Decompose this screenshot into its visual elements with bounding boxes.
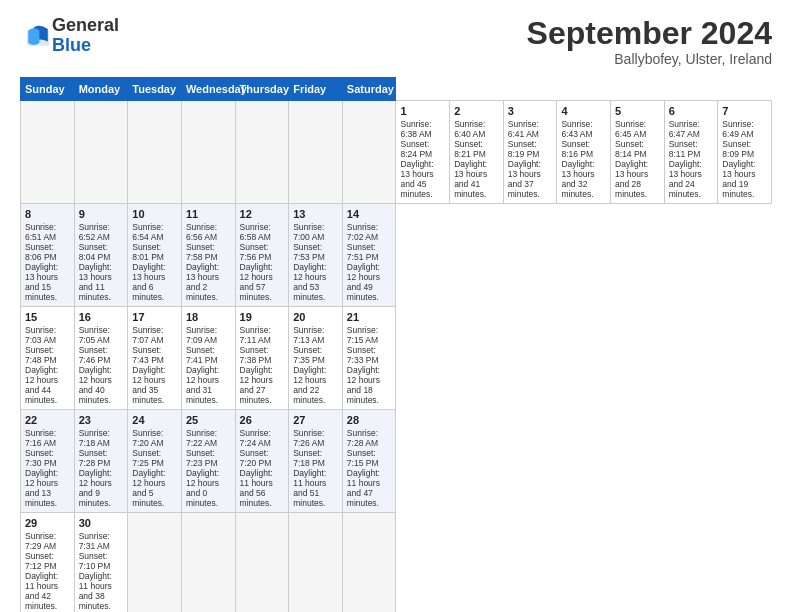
day-number: 3 xyxy=(508,105,553,117)
daylight-line2: and 47 minutes. xyxy=(347,488,379,508)
day-number: 24 xyxy=(132,414,177,426)
daylight-line1: Daylight: 12 hours xyxy=(79,468,112,488)
calendar-cell xyxy=(235,101,289,204)
sunrise-line: Sunrise: 6:47 AM xyxy=(669,119,700,139)
calendar-cell: 21Sunrise: 7:15 AMSunset: 7:33 PMDayligh… xyxy=(342,307,396,410)
calendar-cell: 1Sunrise: 6:38 AMSunset: 8:24 PMDaylight… xyxy=(396,101,450,204)
calendar-cell: 8Sunrise: 6:51 AMSunset: 8:06 PMDaylight… xyxy=(21,204,75,307)
sunrise-line: Sunrise: 6:45 AM xyxy=(615,119,646,139)
sunset-line: Sunset: 7:28 PM xyxy=(79,448,111,468)
daylight-line1: Daylight: 12 hours xyxy=(79,365,112,385)
sunset-line: Sunset: 8:21 PM xyxy=(454,139,486,159)
daylight-line1: Daylight: 12 hours xyxy=(25,468,58,488)
daylight-line1: Daylight: 13 hours xyxy=(615,159,648,179)
sunrise-line: Sunrise: 6:41 AM xyxy=(508,119,539,139)
sunset-line: Sunset: 7:15 PM xyxy=(347,448,379,468)
sunrise-line: Sunrise: 7:00 AM xyxy=(293,222,324,242)
sunrise-line: Sunrise: 7:29 AM xyxy=(25,531,56,551)
calendar-cell xyxy=(342,101,396,204)
logo-general-text: General xyxy=(52,16,119,36)
sunrise-line: Sunrise: 7:13 AM xyxy=(293,325,324,345)
calendar-cell: 4Sunrise: 6:43 AMSunset: 8:16 PMDaylight… xyxy=(557,101,611,204)
col-wednesday: Wednesday xyxy=(181,78,235,101)
sunset-line: Sunset: 8:16 PM xyxy=(561,139,593,159)
daylight-line2: and 6 minutes. xyxy=(132,282,164,302)
day-number: 15 xyxy=(25,311,70,323)
daylight-line1: Daylight: 13 hours xyxy=(79,262,112,282)
daylight-line2: and 19 minutes. xyxy=(722,179,754,199)
daylight-line2: and 57 minutes. xyxy=(240,282,272,302)
sunset-line: Sunset: 7:30 PM xyxy=(25,448,57,468)
daylight-line2: and 11 minutes. xyxy=(79,282,111,302)
sunrise-line: Sunrise: 7:02 AM xyxy=(347,222,378,242)
calendar-cell xyxy=(342,513,396,612)
sunset-line: Sunset: 7:48 PM xyxy=(25,345,57,365)
sunrise-line: Sunrise: 7:26 AM xyxy=(293,428,324,448)
sunrise-line: Sunrise: 6:49 AM xyxy=(722,119,753,139)
day-number: 4 xyxy=(561,105,606,117)
daylight-line2: and 56 minutes. xyxy=(240,488,272,508)
daylight-line2: and 44 minutes. xyxy=(25,385,57,405)
col-sunday: Sunday xyxy=(21,78,75,101)
daylight-line2: and 51 minutes. xyxy=(293,488,325,508)
sunrise-line: Sunrise: 7:07 AM xyxy=(132,325,163,345)
calendar-cell xyxy=(181,513,235,612)
daylight-line1: Daylight: 11 hours xyxy=(240,468,273,488)
logo-text: General Blue xyxy=(52,16,119,56)
sunrise-line: Sunrise: 7:03 AM xyxy=(25,325,56,345)
daylight-line2: and 2 minutes. xyxy=(186,282,218,302)
calendar-cell: 6Sunrise: 6:47 AMSunset: 8:11 PMDaylight… xyxy=(664,101,718,204)
calendar-week-row-1: 8Sunrise: 6:51 AMSunset: 8:06 PMDaylight… xyxy=(21,204,772,307)
day-number: 2 xyxy=(454,105,499,117)
sunset-line: Sunset: 7:51 PM xyxy=(347,242,379,262)
sunrise-line: Sunrise: 6:52 AM xyxy=(79,222,110,242)
calendar-cell: 20Sunrise: 7:13 AMSunset: 7:35 PMDayligh… xyxy=(289,307,343,410)
day-number: 11 xyxy=(186,208,231,220)
daylight-line1: Daylight: 12 hours xyxy=(347,262,380,282)
daylight-line1: Daylight: 13 hours xyxy=(400,159,433,179)
calendar-cell xyxy=(74,101,128,204)
daylight-line2: and 9 minutes. xyxy=(79,488,111,508)
daylight-line1: Daylight: 12 hours xyxy=(186,365,219,385)
calendar-cell: 29Sunrise: 7:29 AMSunset: 7:12 PMDayligh… xyxy=(21,513,75,612)
sunrise-line: Sunrise: 7:09 AM xyxy=(186,325,217,345)
sunset-line: Sunset: 7:58 PM xyxy=(186,242,218,262)
day-number: 17 xyxy=(132,311,177,323)
day-number: 26 xyxy=(240,414,285,426)
daylight-line1: Daylight: 13 hours xyxy=(186,262,219,282)
day-number: 18 xyxy=(186,311,231,323)
logo: General Blue xyxy=(20,16,119,56)
calendar-cell: 25Sunrise: 7:22 AMSunset: 7:23 PMDayligh… xyxy=(181,410,235,513)
daylight-line2: and 13 minutes. xyxy=(25,488,57,508)
sunset-line: Sunset: 8:11 PM xyxy=(669,139,701,159)
sunset-line: Sunset: 7:20 PM xyxy=(240,448,272,468)
sunrise-line: Sunrise: 7:15 AM xyxy=(347,325,378,345)
calendar-cell: 11Sunrise: 6:56 AMSunset: 7:58 PMDayligh… xyxy=(181,204,235,307)
daylight-line2: and 28 minutes. xyxy=(615,179,647,199)
sunrise-line: Sunrise: 6:38 AM xyxy=(400,119,431,139)
day-number: 20 xyxy=(293,311,338,323)
calendar-cell: 26Sunrise: 7:24 AMSunset: 7:20 PMDayligh… xyxy=(235,410,289,513)
col-saturday: Saturday xyxy=(342,78,396,101)
sunset-line: Sunset: 7:25 PM xyxy=(132,448,164,468)
calendar-cell: 19Sunrise: 7:11 AMSunset: 7:38 PMDayligh… xyxy=(235,307,289,410)
logo-icon xyxy=(24,22,52,50)
daylight-line2: and 0 minutes. xyxy=(186,488,218,508)
sunset-line: Sunset: 7:35 PM xyxy=(293,345,325,365)
daylight-line1: Daylight: 13 hours xyxy=(25,262,58,282)
daylight-line2: and 27 minutes. xyxy=(240,385,272,405)
day-number: 1 xyxy=(400,105,445,117)
sunrise-line: Sunrise: 6:40 AM xyxy=(454,119,485,139)
calendar-cell: 24Sunrise: 7:20 AMSunset: 7:25 PMDayligh… xyxy=(128,410,182,513)
day-number: 22 xyxy=(25,414,70,426)
location-subtitle: Ballybofey, Ulster, Ireland xyxy=(527,51,772,67)
calendar-cell: 5Sunrise: 6:45 AMSunset: 8:14 PMDaylight… xyxy=(611,101,665,204)
daylight-line1: Daylight: 12 hours xyxy=(293,262,326,282)
daylight-line2: and 40 minutes. xyxy=(79,385,111,405)
sunset-line: Sunset: 7:12 PM xyxy=(25,551,57,571)
day-number: 6 xyxy=(669,105,714,117)
calendar-cell: 28Sunrise: 7:28 AMSunset: 7:15 PMDayligh… xyxy=(342,410,396,513)
daylight-line2: and 15 minutes. xyxy=(25,282,57,302)
day-number: 13 xyxy=(293,208,338,220)
title-block: September 2024 Ballybofey, Ulster, Irela… xyxy=(527,16,772,67)
